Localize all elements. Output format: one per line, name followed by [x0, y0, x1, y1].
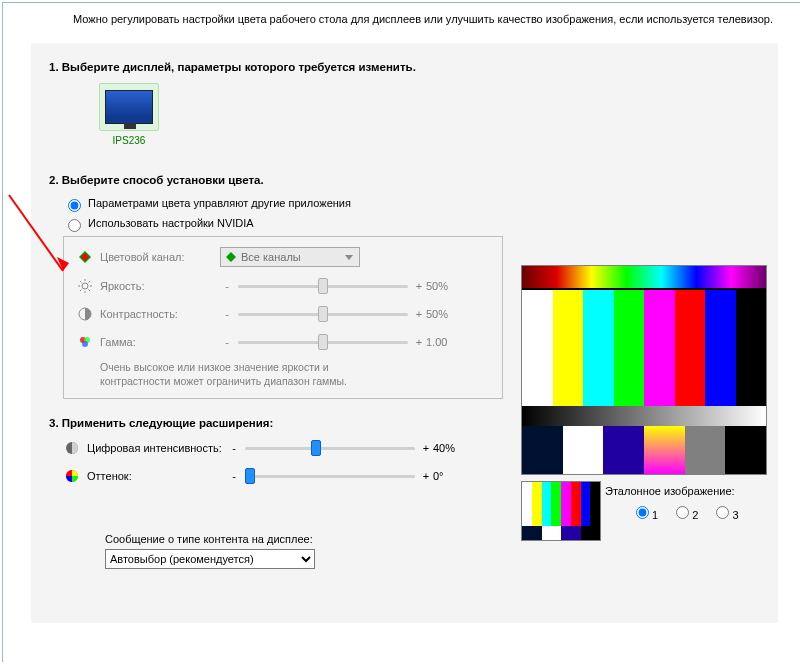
display-item[interactable]: IPS236 — [99, 83, 159, 146]
contrast-slider — [238, 305, 408, 323]
reference-radio-1[interactable]: 1 — [631, 509, 658, 521]
channel-select-value: Все каналы — [241, 251, 301, 263]
content-type-select[interactable]: Автовыбор (рекомендуется) — [105, 549, 315, 569]
channel-label: Цветовой канал: — [100, 251, 220, 263]
contrast-value: 50% — [426, 308, 472, 320]
radio-nvidia-input[interactable] — [68, 219, 81, 232]
minus-label: - — [220, 336, 234, 348]
svg-line-10 — [80, 281, 82, 283]
hue-value: 0° — [433, 470, 479, 482]
minus-label: - — [220, 280, 234, 292]
gamma-value: 1.00 — [426, 336, 472, 348]
radio-nvidia-label: Использовать настройки NVIDIA — [88, 217, 254, 229]
monitor-icon — [99, 83, 159, 131]
reference-radio-3[interactable]: 3 — [711, 509, 738, 521]
svg-line-11 — [89, 290, 91, 292]
settings-panel: 1. Выберите дисплей, параметры которого … — [31, 43, 778, 623]
gamma-note: Очень высокое или низкое значение яркост… — [100, 361, 490, 388]
vibrance-icon — [63, 441, 81, 455]
svg-point-5 — [82, 283, 88, 289]
brightness-icon — [76, 279, 94, 293]
plus-label: + — [412, 336, 426, 348]
preview-image — [521, 265, 767, 475]
vibrance-slider[interactable] — [245, 439, 415, 457]
radio-other-apps[interactable]: Параметрами цвета управляют другие прило… — [63, 197, 351, 209]
svg-line-0 — [9, 195, 63, 271]
step2-heading: 2. Выберите способ установки цвета. — [49, 174, 760, 186]
reference-radio-2[interactable]: 2 — [671, 509, 698, 521]
plus-label: + — [412, 308, 426, 320]
channel-icon — [76, 250, 94, 264]
brightness-label: Яркость: — [100, 280, 220, 292]
hue-icon — [63, 469, 81, 483]
gamma-icon — [76, 335, 94, 349]
vibrance-label: Цифровая интенсивность: — [87, 442, 227, 454]
reference-label: Эталонное изображение: — [605, 485, 767, 497]
svg-marker-4 — [226, 252, 236, 262]
plus-label: + — [412, 280, 426, 292]
svg-line-13 — [89, 281, 91, 283]
display-name: IPS236 — [99, 135, 159, 146]
vibrance-value: 40% — [433, 442, 479, 454]
gamma-label: Гамма: — [100, 336, 220, 348]
radio-nvidia[interactable]: Использовать настройки NVIDIA — [63, 217, 254, 229]
svg-point-17 — [82, 341, 88, 347]
page-description: Можно регулировать настройки цвета рабоч… — [3, 3, 800, 31]
color-settings-box: Цветовой канал: Все каналы Яркость: - + … — [63, 236, 503, 399]
reference-image — [521, 481, 601, 541]
hue-label: Оттенок: — [87, 470, 227, 482]
hue-slider[interactable] — [245, 467, 415, 485]
step1-heading: 1. Выберите дисплей, параметры которого … — [49, 61, 760, 73]
contrast-label: Контрастность: — [100, 308, 220, 320]
plus-label: + — [419, 470, 433, 482]
svg-line-12 — [80, 290, 82, 292]
brightness-value: 50% — [426, 280, 472, 292]
gamma-slider — [238, 333, 408, 351]
brightness-slider — [238, 277, 408, 295]
minus-label: - — [227, 470, 241, 482]
minus-label: - — [220, 308, 234, 320]
minus-label: - — [227, 442, 241, 454]
channel-select-icon — [225, 251, 237, 263]
radio-other-apps-input[interactable] — [68, 199, 81, 212]
plus-label: + — [419, 442, 433, 454]
contrast-icon — [76, 307, 94, 321]
radio-other-apps-label: Параметрами цвета управляют другие прило… — [88, 197, 351, 209]
channel-select[interactable]: Все каналы — [220, 247, 360, 267]
